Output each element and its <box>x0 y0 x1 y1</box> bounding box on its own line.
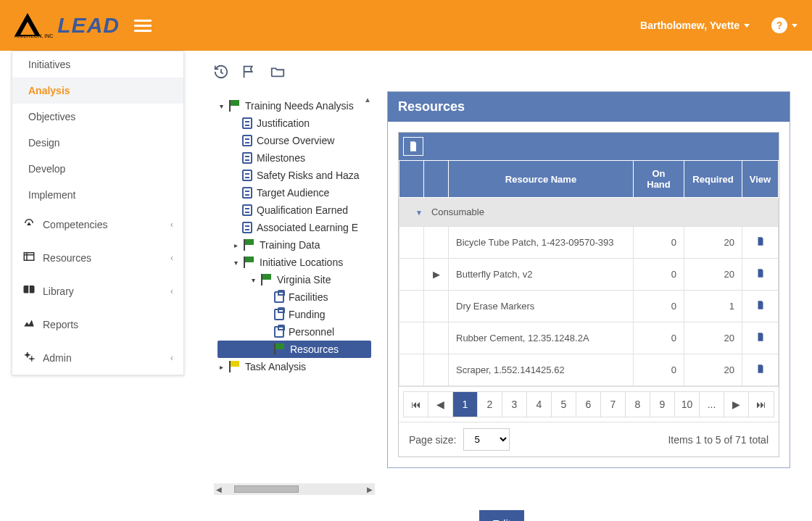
gauge-icon <box>22 217 36 233</box>
table-row: Rubber Cement, 12.35.1248.2A 0 20 <box>399 322 779 354</box>
tree-panel: ▲ ▾ Training Needs Analysis Justificatio… <box>213 91 376 496</box>
svg-point-3 <box>26 354 30 357</box>
pager-page[interactable]: 5 <box>552 392 576 417</box>
edit-button[interactable]: Edit <box>479 510 524 521</box>
scroll-left-icon[interactable]: ◀ <box>214 485 224 493</box>
row-expand-icon[interactable]: ▶ <box>424 259 449 291</box>
sidebar-item-implement[interactable]: Implement <box>12 182 183 208</box>
view-button[interactable] <box>755 366 766 377</box>
pager-page[interactable]: 6 <box>576 392 601 417</box>
tree-node-task-analysis[interactable]: ▸Task Analysis <box>218 358 371 375</box>
pager-page[interactable]: 3 <box>502 392 527 417</box>
sidebar-group-resources[interactable]: Resources ‹ <box>12 241 183 275</box>
sidebar-group-reports[interactable]: Reports <box>12 308 183 341</box>
folder-icon[interactable] <box>268 64 284 80</box>
document-icon <box>242 117 252 129</box>
clipboard-icon <box>274 326 284 338</box>
history-icon[interactable] <box>213 64 229 80</box>
tree-node-course-overview[interactable]: Course Overview <box>218 132 371 149</box>
view-button[interactable] <box>755 270 766 281</box>
tree-node-qualification[interactable]: Qualification Earned <box>218 201 371 219</box>
col-required[interactable]: Required <box>684 161 742 198</box>
tree-node-tna[interactable]: ▾ Training Needs Analysis <box>218 97 371 114</box>
pager-page[interactable]: 2 <box>478 392 502 417</box>
tree-node-target-audience[interactable]: Target Audience <box>218 184 371 201</box>
sidebar-item-initiatives[interactable]: Initiatives <box>12 51 183 78</box>
collapse-icon[interactable]: ▾ <box>218 102 225 110</box>
pager-page[interactable]: 7 <box>601 392 626 417</box>
group-row-consumable[interactable]: ▼Consumable <box>399 198 779 227</box>
expand-icon[interactable]: ▸ <box>218 363 225 371</box>
tree-node-personnel[interactable]: Personnel <box>218 323 371 341</box>
collapse-icon[interactable]: ▾ <box>232 259 239 267</box>
tree-node-milestones[interactable]: Milestones <box>218 149 371 167</box>
svg-rect-0 <box>24 253 34 261</box>
pager-next[interactable]: ▶ <box>724 392 749 417</box>
user-menu[interactable]: Bartholomew, Yvette <box>640 20 750 31</box>
table-row: ▶ Butterfly Patch, v2 0 20 <box>399 259 779 291</box>
flag-green-icon <box>244 241 255 249</box>
pager-page[interactable]: 8 <box>626 392 650 417</box>
scroll-up-icon[interactable]: ▲ <box>364 96 371 104</box>
table-row: Scraper, 1.552.141425.62 0 20 <box>399 354 779 386</box>
flag-green-icon <box>274 345 286 354</box>
flag-green-icon <box>229 101 241 110</box>
col-onhand[interactable]: On Hand <box>634 161 684 198</box>
help-menu[interactable]: ? <box>771 17 798 33</box>
menu-toggle-button[interactable] <box>134 17 152 35</box>
pager-first[interactable]: ⏮ <box>404 392 428 417</box>
pager: ⏮ ◀ 1 2 3 4 5 6 7 8 9 10 <box>403 391 774 417</box>
pager-more[interactable]: ... <box>700 392 724 417</box>
view-button[interactable] <box>755 238 766 249</box>
pager-page[interactable]: 10 <box>675 392 700 417</box>
pager-last[interactable]: ⏭ <box>749 392 774 417</box>
pager-page[interactable]: 1 <box>453 392 478 417</box>
content: ▲ ▾ Training Needs Analysis Justificatio… <box>184 51 812 521</box>
flag-icon[interactable] <box>241 64 257 80</box>
svg-point-4 <box>30 357 33 360</box>
col-resource-name[interactable]: Resource Name <box>449 161 634 198</box>
document-icon <box>242 170 252 181</box>
new-record-button[interactable] <box>403 137 423 156</box>
sidebar-group-library[interactable]: Library ‹ <box>12 275 183 308</box>
tree-node-funding[interactable]: Funding <box>218 306 371 323</box>
view-button[interactable] <box>755 302 766 313</box>
content-toolbar <box>213 64 790 80</box>
tree-node-training-data[interactable]: ▸Training Data <box>218 236 371 254</box>
tree-node-learning[interactable]: Associated Learning E <box>218 219 371 236</box>
sidebar-group-admin[interactable]: Admin ‹ <box>12 341 183 375</box>
group-collapse-icon[interactable]: ▼ <box>407 209 431 217</box>
pager-page[interactable]: 9 <box>650 392 675 417</box>
sidebar-item-design[interactable]: Design <box>12 130 183 156</box>
tree-hscroll[interactable]: ◀ ▶ <box>214 483 375 495</box>
view-button[interactable] <box>755 334 766 345</box>
sidebar-item-objectives[interactable]: Objectives <box>12 104 183 130</box>
chevron-left-icon: ‹ <box>170 286 173 296</box>
tree-node-safety[interactable]: Safety Risks and Haza <box>218 167 371 184</box>
scroll-right-icon[interactable]: ▶ <box>365 485 375 493</box>
sidebar-item-analysis[interactable]: Analysis <box>12 78 183 104</box>
logo-text: LEAD <box>57 13 120 38</box>
page-size-select[interactable]: 5 <box>463 428 510 451</box>
tree-node-resources[interactable]: Resources <box>218 341 371 358</box>
sidebar-group-competencies[interactable]: Competencies ‹ <box>12 208 183 241</box>
tree-node-initiative-locations[interactable]: ▾Initiative Locations <box>218 254 371 271</box>
tree-node-facilities[interactable]: Facilities <box>218 288 371 306</box>
chart-icon <box>22 317 36 333</box>
document-icon <box>242 204 252 216</box>
pager-prev[interactable]: ◀ <box>428 392 453 417</box>
book-icon <box>22 283 36 299</box>
panel-title: Resources <box>388 92 790 122</box>
tree-node-virginia[interactable]: ▾Virginia Site <box>218 271 371 288</box>
flag-green-icon <box>244 258 255 267</box>
scroll-thumb[interactable] <box>234 485 299 493</box>
tree-node-justification[interactable]: Justification <box>218 114 371 132</box>
collapse-icon[interactable]: ▾ <box>249 276 257 284</box>
table-row: Bicycle Tube Patch, 1-423-09570-393 0 20 <box>399 227 779 259</box>
sidebar-item-develop[interactable]: Develop <box>12 156 183 182</box>
logo-mark-icon <box>14 13 41 36</box>
expand-icon[interactable]: ▸ <box>232 241 239 249</box>
logo[interactable]: AIMEREON, INC LEAD <box>14 13 120 38</box>
pager-page[interactable]: 4 <box>527 392 552 417</box>
col-expand <box>399 161 424 198</box>
